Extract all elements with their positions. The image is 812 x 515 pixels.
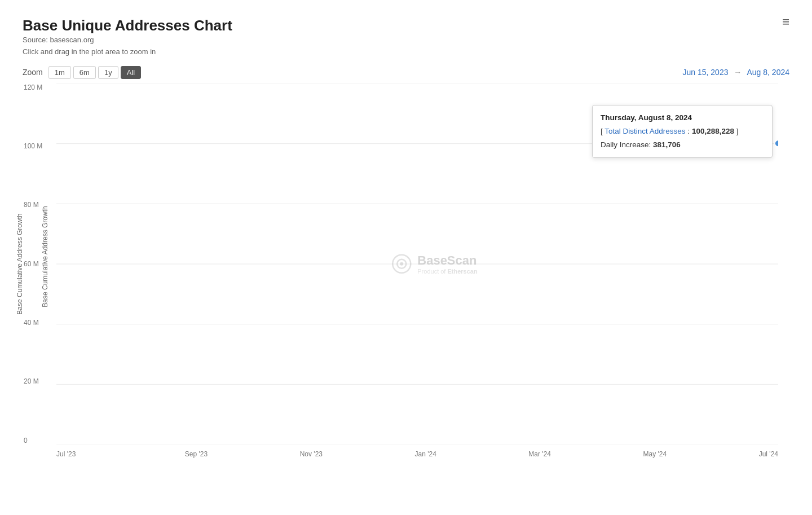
chart-area[interactable]: Base Cumulative Address Growth <box>23 83 789 467</box>
date-range-arrow: → <box>734 68 742 77</box>
chart-header: Base Unique Addresses Chart Source: base… <box>23 17 789 58</box>
tooltip: Thursday, August 8, 2024 [ Total Distinc… <box>592 105 773 159</box>
tooltip-bracket-open: [ <box>601 127 603 135</box>
zoom-1m-button[interactable]: 1m <box>48 66 71 79</box>
date-range: Jun 15, 2023 → Aug 8, 2024 <box>683 68 790 77</box>
tooltip-colon: : <box>687 127 692 135</box>
tooltip-series-value: 100,288,228 <box>692 127 734 135</box>
x-tick-sep23: Sep '23 <box>185 450 208 458</box>
chart-title: Base Unique Addresses Chart <box>23 17 789 34</box>
tooltip-bracket-close: ] <box>736 127 739 135</box>
zoom-controls: Zoom 1m 6m 1y All <box>23 66 141 79</box>
chart-container: ≡ Base Unique Addresses Chart Source: ba… <box>0 0 812 515</box>
tooltip-series: [ Total Distinct Addresses : 100,288,228… <box>601 125 764 138</box>
tooltip-daily-label: Daily Increase: <box>601 140 653 149</box>
x-tick-jul24: Jul '24 <box>759 450 778 458</box>
tooltip-series-name: Total Distinct Addresses <box>604 127 685 135</box>
x-axis: Jul '23 Sep '23 Nov '23 Jan '24 Mar '24 … <box>56 450 778 467</box>
date-range-start: Jun 15, 2023 <box>683 68 729 77</box>
y-axis-label-text: Base Cumulative Address Growth <box>41 178 49 336</box>
svg-point-8 <box>775 140 778 147</box>
controls-row: Zoom 1m 6m 1y All Jun 15, 2023 → Aug 8, … <box>23 66 789 79</box>
chart-plot[interactable]: 120 M 100 M 80 M 60 M 40 M 20 M 0 Thursd… <box>56 83 778 444</box>
tooltip-daily: Daily Increase: 381,706 <box>601 138 764 152</box>
date-range-end: Aug 8, 2024 <box>747 68 789 77</box>
zoom-6m-button[interactable]: 6m <box>73 66 96 79</box>
zoom-label: Zoom <box>23 68 43 77</box>
chart-subtitle: Source: basescan.org Click and drag in t… <box>23 34 789 58</box>
x-tick-jan24: Jan '24 <box>415 450 436 458</box>
hamburger-menu[interactable]: ≡ <box>782 16 789 28</box>
y-axis-label-container: Base Cumulative Address Growth <box>23 83 31 444</box>
x-tick-jul23: Jul '23 <box>56 450 76 458</box>
x-tick-nov23: Nov '23 <box>300 450 323 458</box>
x-tick-mar24: Mar '24 <box>528 450 551 458</box>
x-tick-may24: May '24 <box>643 450 667 458</box>
tooltip-date: Thursday, August 8, 2024 <box>601 111 764 125</box>
zoom-all-button[interactable]: All <box>121 66 141 79</box>
zoom-1y-button[interactable]: 1y <box>98 66 118 79</box>
tooltip-daily-value: 381,706 <box>653 140 681 149</box>
